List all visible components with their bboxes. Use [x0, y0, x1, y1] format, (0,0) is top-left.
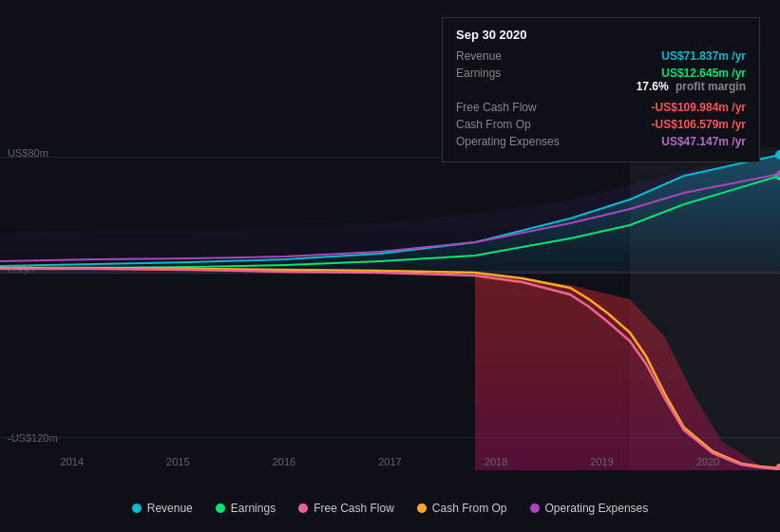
chart-container: Sep 30 2020 Revenue US$71.837m /yr Earni… [0, 0, 780, 532]
fcf-value: -US$109.984m /yr [652, 101, 746, 114]
legend-cashfromop[interactable]: Cash From Op [417, 502, 507, 515]
legend-earnings[interactable]: Earnings [216, 502, 276, 515]
legend-fcf-label: Free Cash Flow [314, 502, 394, 515]
revenue-row: Revenue US$71.837m /yr [456, 49, 746, 63]
cashfromop-value: -US$106.579m /yr [652, 118, 746, 131]
x-label-2020: 2020 [696, 456, 719, 467]
fcf-dot [298, 504, 308, 513]
x-label-2015: 2015 [166, 456, 189, 467]
x-label-2018: 2018 [485, 456, 507, 467]
earnings-row: Earnings US$12.645m /yr 17.6% profit mar… [456, 66, 746, 97]
x-label-2014: 2014 [61, 456, 84, 467]
tooltip-card: Sep 30 2020 Revenue US$71.837m /yr Earni… [442, 17, 760, 162]
fcf-label: Free Cash Flow [456, 101, 580, 114]
opex-row: Operating Expenses US$47.147m /yr [456, 135, 746, 148]
legend-revenue[interactable]: Revenue [132, 502, 193, 515]
opex-dot [530, 504, 540, 513]
revenue-value: US$71.837m /yr [661, 49, 746, 63]
x-label-2019: 2019 [590, 456, 613, 467]
revenue-dot [132, 504, 142, 513]
x-label-2016: 2016 [273, 456, 295, 467]
earnings-value: US$12.645m /yr [637, 66, 746, 80]
x-label-2017: 2017 [378, 456, 401, 467]
fcf-row: Free Cash Flow -US$109.984m /yr [456, 101, 746, 114]
cashfromop-row: Cash From Op -US$106.579m /yr [456, 118, 746, 131]
opex-value: US$47.147m /yr [661, 135, 746, 148]
opex-label: Operating Expenses [456, 135, 580, 148]
legend-revenue-label: Revenue [147, 502, 193, 515]
legend-cashfromop-label: Cash From Op [432, 502, 507, 515]
revenue-label: Revenue [456, 49, 580, 63]
chart-svg [0, 147, 780, 470]
legend-opex-label: Operating Expenses [545, 502, 649, 515]
earnings-dot [216, 504, 225, 513]
tooltip-title: Sep 30 2020 [456, 28, 746, 42]
legend-opex[interactable]: Operating Expenses [530, 502, 649, 515]
legend-earnings-label: Earnings [231, 502, 276, 515]
legend-fcf[interactable]: Free Cash Flow [298, 502, 394, 515]
x-axis: 2014 2015 2016 2017 2018 2019 2020 [0, 456, 780, 467]
earnings-margin: 17.6% profit margin [637, 80, 746, 93]
earnings-label: Earnings [456, 66, 580, 80]
cashfromop-dot [417, 504, 427, 513]
cashfromop-label: Cash From Op [456, 118, 580, 131]
legend: Revenue Earnings Free Cash Flow Cash Fro… [0, 502, 780, 515]
